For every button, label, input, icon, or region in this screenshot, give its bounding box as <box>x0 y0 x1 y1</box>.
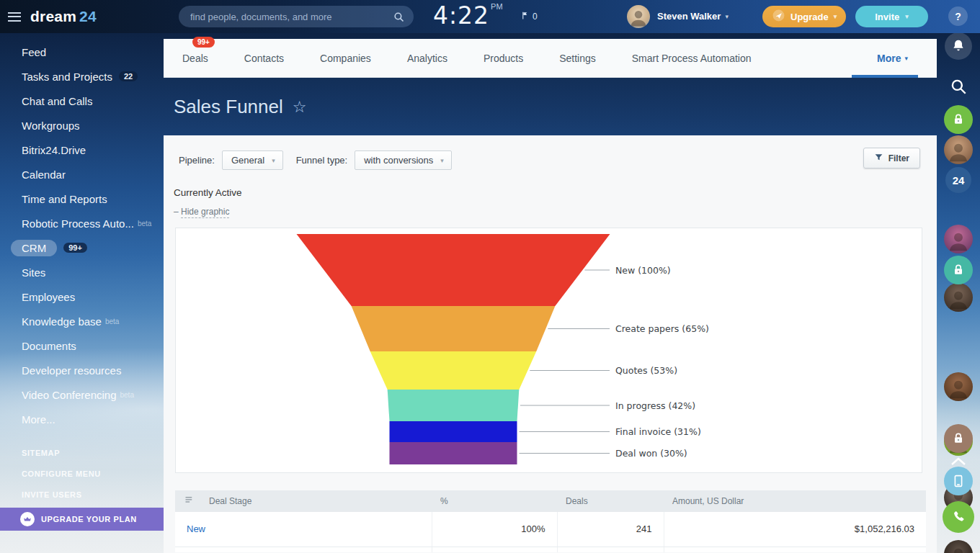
lock-icon[interactable] <box>944 105 973 134</box>
tab-smart-process-automation[interactable]: Smart Process Automation <box>632 53 752 64</box>
mobile-icon[interactable] <box>944 467 973 495</box>
funnel-label: Create papers (65%) <box>615 323 709 334</box>
flag-count: 0 <box>533 12 538 22</box>
avatar[interactable] <box>944 540 973 553</box>
lock-icon[interactable] <box>944 256 973 284</box>
sidebar-item-more[interactable]: More... <box>0 407 164 431</box>
filter-button[interactable]: Filter <box>863 148 920 168</box>
sidebar-item-calendar[interactable]: Calendar <box>0 162 164 186</box>
avatar[interactable] <box>944 225 973 253</box>
upgrade-your-plan-button[interactable]: UPGRADE YOUR PLAN <box>0 508 164 531</box>
sidebar-item-feed[interactable]: Feed <box>0 40 164 64</box>
lock-icon[interactable] <box>944 424 973 453</box>
sidebar-item-sites[interactable]: Sites <box>0 260 164 284</box>
sidebar-item-video-conferencing[interactable]: Video Conferencingbeta <box>0 382 164 407</box>
column-header-deal-stage[interactable]: Deal Stage <box>175 490 432 512</box>
sidebar-item-workgroups[interactable]: Workgroups <box>0 113 164 138</box>
funnel-type-label: Funnel type: <box>296 155 348 166</box>
sidebar-item-time-and-reports[interactable]: Time and Reports <box>0 186 164 211</box>
tab-label: Smart Process Automation <box>632 53 752 64</box>
rocket-icon <box>772 9 785 24</box>
sidebar-link-invite-users[interactable]: INVITE USERS <box>0 484 164 505</box>
search-icon[interactable] <box>948 76 969 97</box>
avatar[interactable] <box>944 135 973 164</box>
deal-stage-link[interactable]: New <box>187 523 205 534</box>
tab-analytics[interactable]: Analytics <box>407 53 447 64</box>
beta-tag: beta <box>138 220 151 228</box>
help-icon[interactable]: ? <box>948 6 968 26</box>
column-header-amount-us-dollar[interactable]: Amount, US Dollar <box>664 490 926 512</box>
user-menu[interactable]: Steven Walker▾ <box>657 11 729 22</box>
sidebar-item-label: Video Conferencing <box>22 389 116 401</box>
tab-companies[interactable]: Companies <box>320 53 371 64</box>
bell-icon[interactable] <box>945 32 972 60</box>
badge-24[interactable]: 24 <box>945 167 971 193</box>
funnel-segment-quotes[interactable] <box>370 351 537 390</box>
sidebar-item-developer-resources[interactable]: Developer resources <box>0 358 164 382</box>
tab-contacts[interactable]: Contacts <box>244 53 284 64</box>
hamburger-menu-icon[interactable] <box>8 12 21 22</box>
funnel-segment-deal-won[interactable] <box>390 442 517 464</box>
sidebar-item-tasks-and-projects[interactable]: Tasks and Projects22 <box>0 64 164 89</box>
empty-cell <box>557 547 664 552</box>
pipeline-select[interactable]: General ▾ <box>222 150 283 170</box>
sidebar-item-label: Sites <box>22 266 45 279</box>
beta-tag: beta <box>120 391 133 399</box>
funnel-segment-new[interactable] <box>297 234 610 306</box>
sidebar-link-configure-menu[interactable]: CONFIGURE MENU <box>0 463 164 484</box>
avatar[interactable] <box>944 372 973 401</box>
tab-more[interactable]: More ▾ <box>877 53 908 64</box>
page-title: Sales Funnel <box>174 96 283 118</box>
notification-flag[interactable]: 0 <box>520 11 538 22</box>
tab-products[interactable]: Products <box>484 53 523 64</box>
phone-icon[interactable] <box>943 501 974 533</box>
upgrade-button[interactable]: Upgrade ▾ <box>762 6 846 27</box>
sidebar-item-badge: 22 <box>119 71 138 81</box>
clock[interactable]: 4:22PM <box>433 1 503 30</box>
funnel-segment-in-progress[interactable] <box>388 390 520 421</box>
chevron-down-icon: ▾ <box>904 55 908 62</box>
invite-button[interactable]: Invite ▾ <box>855 6 928 27</box>
sidebar-item-employees[interactable]: Employees <box>0 284 164 309</box>
sidebar-item-label: Knowledge base <box>22 315 102 328</box>
sidebar-item-documents[interactable]: Documents <box>0 333 164 358</box>
deals-cell: 241 <box>557 512 664 547</box>
chevron-down-icon: ▾ <box>834 13 837 20</box>
sidebar-item-label: Calendar <box>22 168 66 181</box>
list-menu-icon[interactable] <box>184 495 195 508</box>
hide-graphic-link[interactable]: – Hide graphic <box>174 207 229 217</box>
sidebar-item-robotic-process-auto[interactable]: Robotic Process Auto...beta <box>0 211 164 235</box>
sidebar-item-chat-and-calls[interactable]: Chat and Calls <box>0 89 164 113</box>
tab-label: Settings <box>559 53 596 64</box>
avatar[interactable] <box>944 283 973 312</box>
tab-deals[interactable]: 99+Deals <box>182 53 208 64</box>
sales-funnel-chart-container: New (100%)Create papers (65%)Quotes (53%… <box>175 228 922 473</box>
column-header-[interactable]: % <box>432 490 557 512</box>
deal-stage-cell: New <box>175 512 432 547</box>
sidebar-item-crm[interactable]: CRM99+ <box>0 235 164 260</box>
funnel-segment-create-papers[interactable] <box>352 306 556 351</box>
column-header-deals[interactable]: Deals <box>557 490 664 512</box>
app-logo[interactable]: dream24 <box>30 8 97 25</box>
sidebar-item-knowledge-base[interactable]: Knowledge basebeta <box>0 309 164 333</box>
flag-icon <box>520 11 530 22</box>
sidebar: FeedTasks and Projects22Chat and CallsWo… <box>0 33 164 553</box>
tab-label: Deals <box>182 53 208 64</box>
search-icon[interactable] <box>393 11 405 23</box>
sidebar-item-label: Robotic Process Auto... <box>22 217 134 230</box>
tab-settings[interactable]: Settings <box>559 53 596 64</box>
search-input[interactable] <box>179 12 393 22</box>
sidebar-item-bitrix24-drive[interactable]: Bitrix24.Drive <box>0 138 164 162</box>
sidebar-link-sitemap[interactable]: SITEMAP <box>0 442 164 463</box>
funnel-segment-final-invoice[interactable] <box>390 421 517 442</box>
pipeline-label: Pipeline: <box>179 155 215 166</box>
amount-cell: $1,052,216.03 <box>664 512 926 547</box>
table-row-partial <box>175 547 926 552</box>
funnel-type-select[interactable]: with conversions ▾ <box>355 150 452 170</box>
user-avatar[interactable] <box>627 5 650 28</box>
global-search[interactable] <box>179 6 414 27</box>
percent-cell: 100% <box>432 512 557 547</box>
star-icon[interactable]: ☆ <box>293 98 307 117</box>
funnel-icon <box>874 153 883 164</box>
empty-cell <box>664 547 926 552</box>
